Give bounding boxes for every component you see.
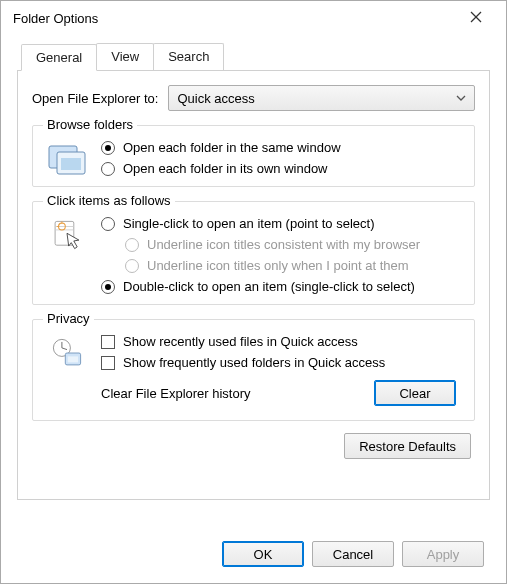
ok-button[interactable]: OK (222, 541, 304, 567)
radio-indicator-icon (125, 238, 139, 252)
open-explorer-select[interactable]: Quick access (168, 85, 475, 111)
group-click-items-legend: Click items as follows (43, 193, 175, 208)
close-button[interactable] (458, 4, 494, 32)
radio-underline-point: Underline icon titles only when I point … (125, 258, 464, 273)
radio-single-click-label: Single-click to open an item (point to s… (123, 216, 374, 231)
click-items-icon (43, 216, 91, 294)
radio-own-window[interactable]: Open each folder in its own window (101, 161, 464, 176)
radio-underline-browser: Underline icon titles consistent with my… (125, 237, 464, 252)
check-frequent-folders[interactable]: Show frequently used folders in Quick ac… (101, 355, 464, 370)
window-title: Folder Options (13, 11, 98, 26)
open-explorer-label: Open File Explorer to: (32, 91, 158, 106)
radio-underline-point-label: Underline icon titles only when I point … (147, 258, 409, 273)
group-browse-folders-legend: Browse folders (43, 117, 137, 132)
apply-button: Apply (402, 541, 484, 567)
cancel-button[interactable]: Cancel (312, 541, 394, 567)
radio-indicator-icon (101, 141, 115, 155)
open-explorer-value: Quick access (177, 91, 254, 106)
check-recent-files[interactable]: Show recently used files in Quick access (101, 334, 464, 349)
cancel-button-label: Cancel (333, 547, 373, 562)
tab-general[interactable]: General (21, 44, 97, 71)
radio-indicator-icon (101, 162, 115, 176)
check-frequent-folders-label: Show frequently used folders in Quick ac… (123, 355, 385, 370)
group-browse-folders: Browse folders Open e (32, 125, 475, 187)
svg-rect-14 (68, 356, 78, 362)
titlebar: Folder Options (1, 1, 506, 35)
radio-indicator-icon (125, 259, 139, 273)
radio-own-window-label: Open each folder in its own window (123, 161, 328, 176)
svg-rect-4 (61, 158, 81, 170)
tab-search[interactable]: Search (153, 43, 224, 70)
tab-panel-general: Open File Explorer to: Quick access Brow… (17, 70, 490, 500)
dialog-body: General View Search Open File Explorer t… (1, 35, 506, 529)
radio-indicator-icon (101, 217, 115, 231)
clear-history-label: Clear File Explorer history (101, 386, 251, 401)
browse-folders-icon (43, 140, 91, 176)
dialog-footer: OK Cancel Apply (1, 529, 506, 583)
tab-view[interactable]: View (96, 43, 154, 70)
radio-same-window-label: Open each folder in the same window (123, 140, 341, 155)
restore-defaults-label: Restore Defaults (359, 439, 456, 454)
restore-defaults-button[interactable]: Restore Defaults (344, 433, 471, 459)
close-icon (470, 11, 482, 26)
clear-button-label: Clear (399, 386, 430, 401)
clear-button[interactable]: Clear (374, 380, 456, 406)
tab-strip: General View Search (21, 43, 490, 70)
checkbox-indicator-icon (101, 335, 115, 349)
privacy-icon (43, 334, 91, 370)
checkbox-indicator-icon (101, 356, 115, 370)
group-privacy: Privacy (32, 319, 475, 421)
radio-double-click[interactable]: Double-click to open an item (single-cli… (101, 279, 464, 294)
radio-underline-browser-label: Underline icon titles consistent with my… (147, 237, 420, 252)
group-privacy-legend: Privacy (43, 311, 94, 326)
tab-host: General View Search Open File Explorer t… (17, 43, 490, 500)
ok-button-label: OK (254, 547, 273, 562)
radio-double-click-label: Double-click to open an item (single-cli… (123, 279, 415, 294)
radio-single-click[interactable]: Single-click to open an item (point to s… (101, 216, 464, 231)
radio-indicator-icon (101, 280, 115, 294)
group-click-items: Click items as follows (32, 201, 475, 305)
open-explorer-row: Open File Explorer to: Quick access (32, 85, 475, 111)
chevron-down-icon (456, 91, 466, 106)
folder-options-dialog: Folder Options General View Search Open … (0, 0, 507, 584)
radio-same-window[interactable]: Open each folder in the same window (101, 140, 464, 155)
apply-button-label: Apply (427, 547, 460, 562)
check-recent-files-label: Show recently used files in Quick access (123, 334, 358, 349)
